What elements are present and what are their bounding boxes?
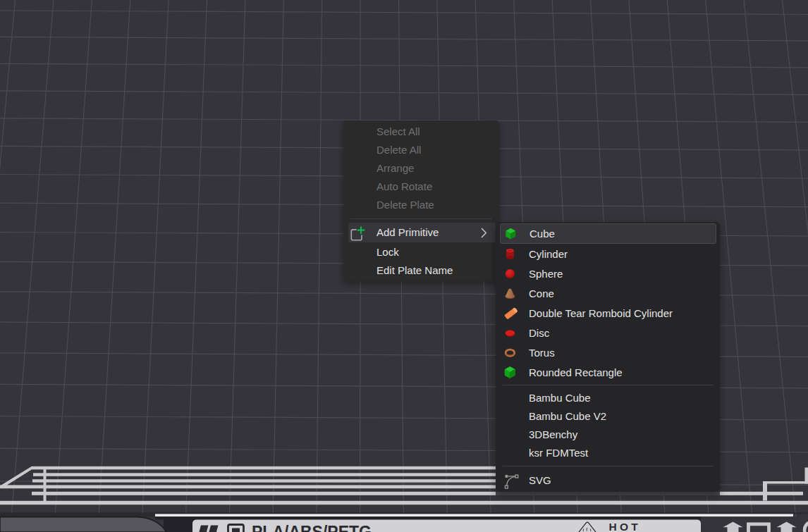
- svg-text:HOT: HOT: [609, 521, 641, 532]
- svg-text:PLA/ABS/PETG: PLA/ABS/PETG: [252, 523, 372, 532]
